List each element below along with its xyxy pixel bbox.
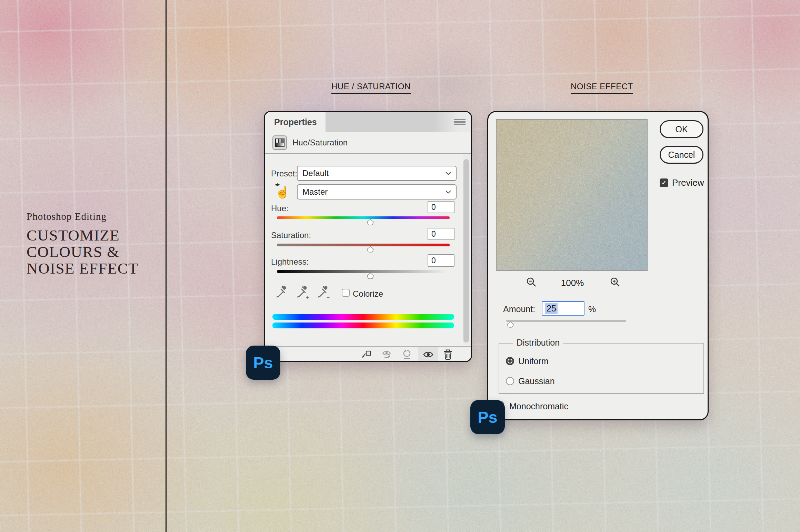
add-noise-dialog: OK Cancel ✓ Preview 100% Amount: 25 % Di… — [487, 111, 709, 420]
hue-reference-bar-bottom — [272, 323, 454, 328]
eyedropper-plus-icon[interactable]: + — [296, 285, 308, 300]
distribution-legend: Distribution — [513, 338, 563, 348]
noise-preview-image — [496, 119, 648, 271]
ok-button[interactable]: OK — [660, 120, 703, 138]
gaussian-label: Gaussian — [518, 376, 555, 386]
preset-label: Preset: — [271, 169, 297, 178]
lightness-slider-track[interactable] — [277, 270, 450, 273]
lightness-value-input[interactable]: 0 — [428, 254, 454, 267]
channel-dropdown[interactable]: Master — [297, 184, 457, 200]
lightness-slider-label: Lightness: — [271, 257, 309, 267]
colorize-checkbox[interactable] — [342, 289, 350, 297]
cancel-button[interactable]: Cancel — [660, 146, 703, 164]
distribution-group: Distribution Uniform Gaussian — [499, 343, 704, 394]
delete-trash-icon[interactable] — [443, 349, 453, 360]
saturation-value-input[interactable]: 0 — [428, 228, 454, 240]
photoshop-logo-text: Ps — [478, 408, 498, 427]
preview-label: Preview — [672, 177, 704, 188]
adjustment-header: Hue/Saturation — [265, 132, 471, 153]
saturation-value: 0 — [431, 229, 436, 239]
hue-slider-thumb[interactable] — [366, 219, 374, 225]
plus-mark: + — [306, 295, 309, 301]
amount-slider-thumb[interactable] — [506, 321, 514, 328]
amount-unit: % — [588, 304, 596, 314]
zoom-out-icon[interactable] — [526, 277, 537, 288]
noise-effect-section-label: NOISE EFFECT — [571, 82, 633, 94]
layer-visibility-eye-icon[interactable] — [423, 349, 433, 360]
preview-noise-texture — [497, 120, 647, 270]
eyedropper-icon[interactable] — [275, 285, 287, 300]
hue-slider-label: Hue: — [271, 204, 289, 213]
zoom-in-icon[interactable] — [610, 277, 621, 288]
headline-line: CUSTOMIZE — [27, 227, 138, 244]
zoom-controls: 100% — [488, 277, 655, 289]
hue-saturation-adjustment-icon — [272, 135, 287, 150]
uniform-option[interactable]: Uniform — [506, 357, 549, 366]
gaussian-option[interactable]: Gaussian — [506, 377, 555, 386]
zoom-level-value: 100% — [552, 278, 592, 288]
hue-value: 0 — [431, 203, 436, 212]
panel-footer-toolbar — [265, 346, 471, 361]
photoshop-logo-text: Ps — [253, 353, 273, 372]
lightness-slider-thumb[interactable] — [366, 273, 374, 279]
photoshop-logo: Ps — [470, 400, 505, 434]
poster-canvas: Photoshop Editing CUSTOMIZE COLOURS & NO… — [0, 0, 800, 532]
tab-properties[interactable]: Properties — [265, 112, 326, 132]
lightness-value: 0 — [431, 256, 436, 265]
hue-value-input[interactable]: 0 — [428, 201, 454, 213]
headline-text: CUSTOMIZE COLOURS & NOISE EFFECT — [27, 227, 138, 277]
header-separator — [265, 153, 471, 154]
saturation-slider-label: Saturation: — [271, 231, 311, 240]
panel-menu-icon[interactable] — [454, 119, 466, 125]
eyedropper-minus-icon[interactable]: − — [317, 285, 328, 300]
saturation-slider-thumb[interactable] — [366, 246, 374, 253]
adjustment-title: Hue/Saturation — [292, 132, 348, 153]
channel-value: Master — [302, 187, 328, 197]
saturation-slider-track[interactable] — [277, 244, 450, 246]
amount-label: Amount: — [503, 304, 535, 314]
headline-line: NOISE EFFECT — [27, 260, 138, 277]
kicker-text: Photoshop Editing — [27, 211, 138, 222]
check-icon: ✓ — [661, 179, 666, 186]
view-previous-state-icon[interactable] — [382, 349, 392, 360]
hue-saturation-section-label: HUE / SATURATION — [331, 82, 411, 94]
minus-mark: − — [327, 295, 330, 301]
pointer-hand-icon: ☝ — [275, 185, 290, 199]
gaussian-radio[interactable] — [506, 377, 514, 385]
properties-panel: Properties Hue/Saturation Preset: Defaul… — [264, 111, 472, 362]
targeted-adjustment-tool-icon[interactable]: ◀▶ ☝ — [274, 184, 289, 200]
hue-reference-bar-top — [272, 314, 454, 320]
photoshop-logo: Ps — [246, 346, 280, 380]
uniform-label: Uniform — [518, 356, 549, 366]
monochromatic-row: Monochromatic — [488, 394, 708, 419]
clip-to-layer-icon[interactable] — [361, 349, 371, 360]
preview-toggle[interactable]: ✓ Preview — [660, 177, 704, 188]
chevron-down-icon — [446, 172, 451, 175]
panel-tab-bar: Properties — [265, 112, 471, 132]
preview-checkbox[interactable]: ✓ — [660, 178, 668, 187]
amount-value-selected: 25 — [545, 303, 558, 314]
uniform-radio[interactable] — [506, 357, 514, 365]
headline-line: COLOURS & — [27, 244, 138, 260]
amount-input[interactable]: 25 — [542, 301, 584, 316]
monochromatic-label: Monochromatic — [509, 401, 568, 411]
amount-slider-track[interactable] — [506, 320, 626, 322]
reset-icon[interactable] — [402, 349, 412, 360]
chevron-down-icon — [446, 191, 451, 194]
preset-dropdown[interactable]: Default — [297, 166, 457, 181]
panel-scrollbar-thumb[interactable] — [463, 159, 469, 342]
vertical-divider-line — [166, 0, 167, 532]
preset-value: Default — [302, 168, 329, 178]
left-text-block: Photoshop Editing CUSTOMIZE COLOURS & NO… — [27, 211, 138, 277]
colorize-label: Colorize — [353, 289, 383, 299]
hue-slider-track[interactable] — [277, 216, 450, 219]
